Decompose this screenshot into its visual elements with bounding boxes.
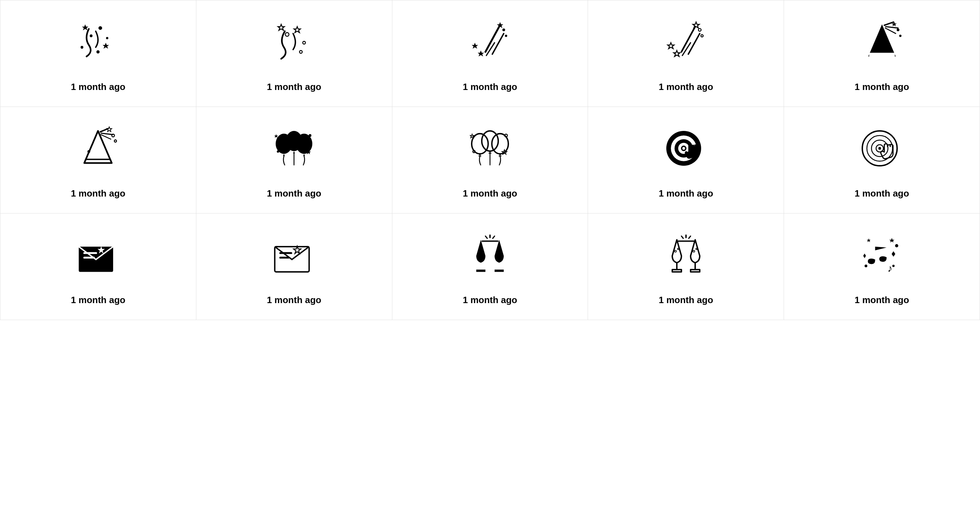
grid-item-9[interactable]: 1 month ago xyxy=(588,107,784,214)
confetti-stars-outline-icon xyxy=(266,14,322,71)
svg-point-28 xyxy=(112,134,115,137)
svg-point-29 xyxy=(115,140,117,142)
svg-line-13 xyxy=(681,27,695,52)
svg-point-35 xyxy=(277,150,279,153)
svg-point-12 xyxy=(505,35,507,37)
svg-point-46 xyxy=(682,147,685,150)
svg-line-61 xyxy=(493,236,495,239)
grid-item-8[interactable]: 1 month ago xyxy=(392,107,589,214)
party-hat-outline-icon xyxy=(70,121,126,177)
timestamp-13: 1 month ago xyxy=(463,295,517,306)
timestamp-4: 1 month ago xyxy=(659,81,713,93)
timestamp-8: 1 month ago xyxy=(463,188,517,199)
grid-item-7[interactable]: 1 month ago xyxy=(196,107,392,214)
music-celebration-icon: ♪ xyxy=(854,228,910,284)
timestamp-7: 1 month ago xyxy=(267,188,321,199)
svg-point-5 xyxy=(285,32,289,36)
vinyl-hand-outline-icon xyxy=(854,121,910,177)
svg-line-20 xyxy=(886,27,898,28)
svg-point-69 xyxy=(696,248,697,250)
timestamp-2: 1 month ago xyxy=(267,81,321,93)
grid-item-6[interactable]: 1 month ago xyxy=(0,107,196,214)
timestamp-3: 1 month ago xyxy=(463,81,517,93)
svg-rect-56 xyxy=(280,252,292,254)
svg-line-21 xyxy=(885,28,896,34)
svg-point-4 xyxy=(81,46,84,49)
svg-point-1 xyxy=(90,35,93,37)
svg-point-70 xyxy=(895,244,898,247)
svg-line-65 xyxy=(689,236,690,239)
svg-rect-53 xyxy=(84,252,97,254)
timestamp-5: 1 month ago xyxy=(854,81,909,93)
svg-point-11 xyxy=(502,29,505,31)
svg-point-51 xyxy=(878,147,881,150)
svg-point-68 xyxy=(693,250,694,252)
svg-rect-57 xyxy=(280,257,290,259)
grid-item-12[interactable]: 1 month ago xyxy=(196,214,392,320)
icon-grid: 1 month ago 1 month ago xyxy=(0,0,980,320)
timestamp-1: 1 month ago xyxy=(71,81,126,93)
party-hat-confetti-filled-icon xyxy=(854,14,910,71)
svg-point-71 xyxy=(864,265,867,267)
grid-item-15[interactable]: ♪ 1 month ago xyxy=(784,214,980,320)
grid-item-5[interactable]: 1 month ago xyxy=(784,0,980,107)
confetti-stars-filled-icon xyxy=(70,14,126,71)
timestamp-14: 1 month ago xyxy=(659,295,713,306)
grid-item-3[interactable]: 1 month ago xyxy=(392,0,589,107)
svg-point-2 xyxy=(97,50,100,53)
svg-point-37 xyxy=(482,131,498,151)
sparkle-confetti-outline-icon xyxy=(658,14,714,71)
grid-item-11[interactable]: 1 month ago xyxy=(0,214,196,320)
sparkle-confetti-filled-icon xyxy=(462,14,518,71)
svg-rect-18 xyxy=(869,53,895,56)
balloons-outline-icon xyxy=(462,121,518,177)
svg-point-0 xyxy=(99,26,102,30)
grid-item-10[interactable]: 1 month ago xyxy=(784,107,980,214)
timestamp-12: 1 month ago xyxy=(267,295,321,306)
svg-point-3 xyxy=(106,37,108,40)
svg-point-7 xyxy=(300,51,302,53)
timestamp-11: 1 month ago xyxy=(71,295,126,306)
grid-item-2[interactable]: 1 month ago xyxy=(196,0,392,107)
timestamp-6: 1 month ago xyxy=(71,188,126,199)
grid-item-4[interactable]: 1 month ago xyxy=(588,0,784,107)
svg-point-6 xyxy=(303,41,305,44)
envelope-star-filled-icon xyxy=(70,228,126,284)
svg-point-17 xyxy=(701,35,703,37)
grid-item-13[interactable]: 1 month ago xyxy=(392,214,589,320)
svg-point-30 xyxy=(88,150,90,153)
envelope-star-outline-icon xyxy=(266,228,322,284)
svg-line-26 xyxy=(101,133,113,135)
champagne-glasses-outline-icon xyxy=(658,228,714,284)
svg-point-34 xyxy=(309,134,312,137)
balloons-filled-icon xyxy=(266,121,322,177)
svg-rect-54 xyxy=(84,257,95,259)
svg-point-66 xyxy=(675,250,676,252)
timestamp-10: 1 month ago xyxy=(854,188,909,199)
svg-point-22 xyxy=(896,29,899,31)
vinyl-hand-filled-icon xyxy=(658,121,714,177)
svg-line-64 xyxy=(681,236,683,239)
grid-item-1[interactable]: 1 month ago xyxy=(0,0,196,107)
svg-line-8 xyxy=(485,27,499,52)
champagne-glasses-filled-icon xyxy=(462,228,518,284)
svg-point-72 xyxy=(892,265,895,267)
svg-point-67 xyxy=(678,248,679,250)
svg-point-23 xyxy=(899,35,901,37)
timestamp-15: 1 month ago xyxy=(854,295,909,306)
timestamp-9: 1 month ago xyxy=(659,188,713,199)
svg-line-60 xyxy=(485,236,487,239)
svg-point-16 xyxy=(698,29,701,31)
svg-text:♪: ♪ xyxy=(887,263,892,274)
svg-line-27 xyxy=(101,134,111,139)
grid-item-14[interactable]: 1 month ago xyxy=(588,214,784,320)
svg-point-39 xyxy=(505,134,508,137)
